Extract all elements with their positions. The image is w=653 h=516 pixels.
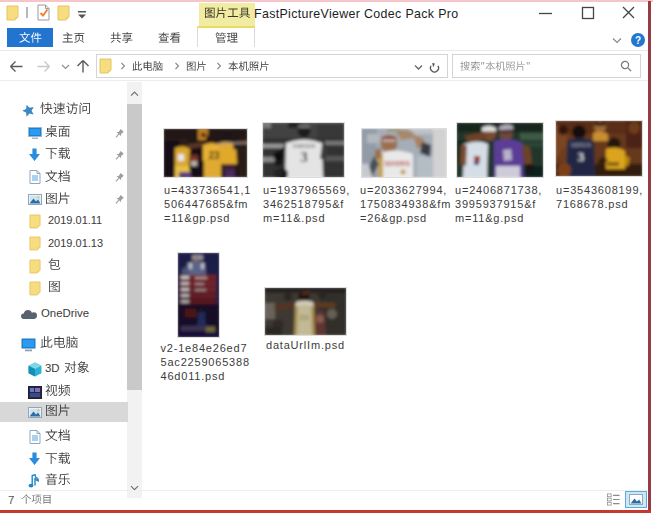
svg-text:23: 23 bbox=[208, 150, 220, 161]
svg-text:IVERSON: IVERSON bbox=[571, 143, 591, 148]
svg-text:?: ? bbox=[635, 35, 641, 46]
svg-text:SIXERS: SIXERS bbox=[384, 160, 410, 167]
svg-text:IVERSON: IVERSON bbox=[293, 143, 316, 149]
svg-text:23: 23 bbox=[300, 313, 309, 322]
svg-text:3: 3 bbox=[300, 149, 308, 165]
svg-text:3: 3 bbox=[578, 149, 585, 164]
